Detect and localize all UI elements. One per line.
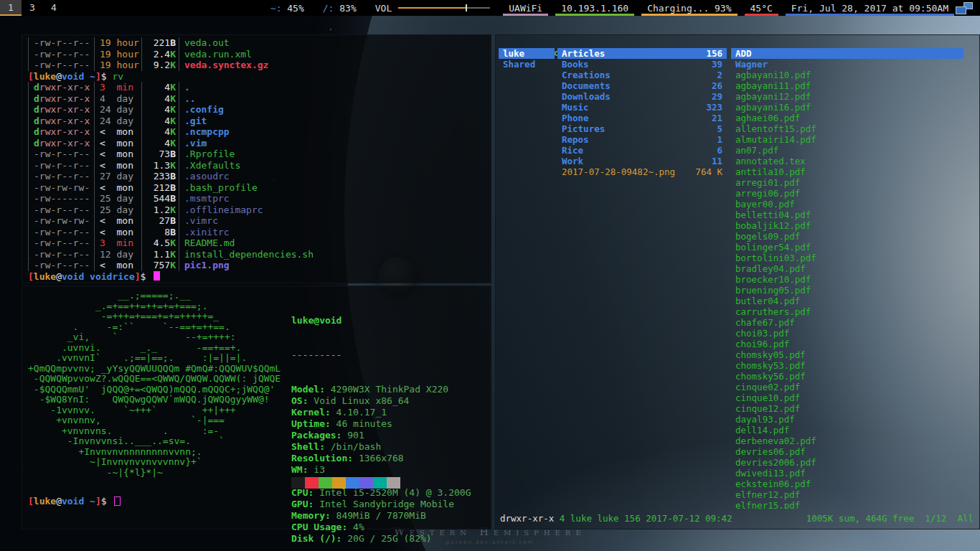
preview-item[interactable]: bayer00.pdf xyxy=(731,199,963,209)
temperature-value: 45°C xyxy=(750,3,773,14)
preview-item[interactable]: cinque10.pdf xyxy=(731,392,963,403)
neofetch-value: Void Linux x86_64 xyxy=(308,395,409,406)
preview-item[interactable]: agbayani10.pdf xyxy=(731,70,963,80)
ip-underline xyxy=(555,14,634,16)
terminal-window-ls[interactable]: -rw-r--r--19 hour221Bveda.out-rw-r--r--1… xyxy=(22,34,491,283)
preview-item[interactable]: dell14.pdf xyxy=(731,425,963,435)
preview-item[interactable]: devries06.pdf xyxy=(731,446,963,457)
neofetch-entry: Uptime: 46 minutes xyxy=(291,418,471,430)
preview-item[interactable]: bruening05.pdf xyxy=(731,285,963,296)
preview-item[interactable]: bogels09.pdf xyxy=(731,231,963,242)
terminal-window-neofetch[interactable]: __.;=====;.__ _.=+==++=++=+=+===;. -=+++… xyxy=(22,286,491,529)
preview-item[interactable]: ADD xyxy=(731,48,963,59)
preview-item[interactable]: elfner12.pdf xyxy=(731,489,963,500)
preview-item[interactable]: derbeneva02.pdf xyxy=(731,435,963,446)
preview-item[interactable]: arregi01.pdf xyxy=(731,177,963,188)
ranger-path-title: luke@void ~/Articles xyxy=(500,36,630,47)
status-block-battery[interactable]: Charging... 93% xyxy=(647,0,731,16)
file-permissions: -rw-r--r-- xyxy=(28,204,94,216)
preview-item[interactable]: choi96.pdf xyxy=(731,339,963,349)
dir-item[interactable]: Articles156 xyxy=(557,48,727,59)
parent-dir-item[interactable]: luke xyxy=(499,48,555,59)
preview-item[interactable]: chafe67.pdf xyxy=(731,317,963,328)
status-block-datetime[interactable]: Fri, Jul 28, 2017 at 09:50AM xyxy=(791,0,948,16)
preview-item[interactable]: chomsky56.pdf xyxy=(731,371,963,382)
dir-count: 39 xyxy=(712,59,722,70)
dir-item[interactable]: Phone21 xyxy=(557,113,727,123)
volume-handle[interactable] xyxy=(466,4,467,11)
preview-item[interactable]: chomsky53.pdf xyxy=(731,360,963,371)
preview-item[interactable]: broecker10.pdf xyxy=(731,274,963,285)
file-date: 24 day xyxy=(94,104,141,116)
preview-item[interactable]: cinque12.pdf xyxy=(731,403,963,414)
status-block-volume[interactable]: VOL xyxy=(375,0,490,16)
preview-item[interactable]: dayal93.pdf xyxy=(731,414,963,425)
dir-item[interactable]: Books39 xyxy=(557,59,727,70)
shell-prompt: [luke@void ~]$ rv xyxy=(28,71,485,83)
status-block-ip[interactable]: 10.193.1.160 xyxy=(561,0,628,16)
preview-item[interactable]: dwivedi13.pdf xyxy=(731,468,963,479)
file-name: .vim xyxy=(179,138,485,149)
preview-item[interactable]: elfner15.pdf xyxy=(731,500,963,509)
preview-item[interactable]: aghaei06.pdf xyxy=(731,113,963,123)
preview-item[interactable]: agbayani11.pdf xyxy=(731,80,963,91)
preview-item[interactable]: Wagner xyxy=(731,59,963,70)
status-block-temperature[interactable]: 45°C xyxy=(750,0,773,16)
preview-item[interactable]: bolinger54.pdf xyxy=(731,242,963,253)
dir-name: Rice xyxy=(562,145,583,156)
void-linux-ascii-logo: __.;=====;.__ _.=+==++=++=+=+===;. -=+++… xyxy=(28,291,281,478)
system-tray[interactable] xyxy=(956,2,973,14)
ls-row: drwxr-xr-x24 day4K.config xyxy=(28,104,485,116)
preview-item[interactable]: belletti04.pdf xyxy=(731,209,963,220)
status-block-brightness[interactable]: ~: 45% xyxy=(270,0,304,16)
dir-item[interactable]: Rice6 xyxy=(557,145,727,156)
ranger-window[interactable]: luke@void ~/Articles lukeShared Articles… xyxy=(495,34,980,529)
file-date: < mon xyxy=(94,215,141,227)
file-name: README.md xyxy=(179,237,485,249)
dir-name: Pictures xyxy=(562,123,605,134)
preview-item[interactable]: an07.pdf xyxy=(731,145,963,156)
workspace-button-4[interactable]: 4 xyxy=(43,0,65,16)
dir-item[interactable]: Documents26 xyxy=(557,80,727,91)
ranger-disk-info: 1005K sum, 464G free 1/12 All xyxy=(806,513,974,524)
neofetch-value: Intel Sandybridge Mobile xyxy=(314,499,454,509)
preview-item[interactable]: butler04.pdf xyxy=(731,296,963,306)
workspace-button-3[interactable]: 3 xyxy=(22,0,43,16)
parent-dir-item[interactable]: Shared xyxy=(499,59,555,70)
preview-item[interactable]: bradley04.pdf xyxy=(731,263,963,274)
preview-item[interactable]: anttila10.pdf xyxy=(731,166,963,177)
preview-item[interactable]: chomsky05.pdf xyxy=(731,349,963,360)
color-swatch-4 xyxy=(346,477,359,489)
preview-item[interactable]: arregi06.pdf xyxy=(731,188,963,199)
dir-item[interactable]: Work11 xyxy=(557,156,727,166)
preview-item[interactable]: eckstein06.pdf xyxy=(731,479,963,489)
dir-item[interactable]: Pictures5 xyxy=(557,123,727,134)
preview-item[interactable]: cinque02.pdf xyxy=(731,382,963,392)
volume-slider[interactable] xyxy=(398,4,490,11)
dir-name: Repos xyxy=(562,134,589,145)
file-permissions: -rw-r--r-- xyxy=(28,227,94,238)
file-permissions: drwxr-xr-x xyxy=(28,82,94,93)
file-permissions: -rw-r--r-- xyxy=(28,149,94,160)
dir-item[interactable]: 2017-07-28-09482~.png764 K xyxy=(557,166,727,177)
preview-item[interactable]: bortolini03.pdf xyxy=(731,253,963,263)
preview-item[interactable]: almutairi14.pdf xyxy=(731,134,963,145)
file-name: .ncmpcpp xyxy=(179,126,485,138)
preview-item[interactable]: agbayani12.pdf xyxy=(731,91,963,102)
dir-item[interactable]: Creations2 xyxy=(557,70,727,80)
dir-item[interactable]: Music323 xyxy=(557,102,727,113)
workspace-button-1[interactable]: 1 xyxy=(0,0,22,16)
preview-item[interactable]: bobaljik12.pdf xyxy=(731,220,963,231)
preview-item[interactable]: annotated.tex xyxy=(731,156,963,166)
preview-item[interactable]: agbayani16.pdf xyxy=(731,102,963,113)
dir-item[interactable]: Downloads29 xyxy=(557,91,727,102)
preview-item[interactable]: allentoft15.pdf xyxy=(731,123,963,134)
dir-item[interactable]: Repos1 xyxy=(557,134,727,145)
preview-item[interactable]: choi03.pdf xyxy=(731,328,963,339)
status-block-disk[interactable]: /: 83% xyxy=(323,0,357,16)
preview-item[interactable]: carruthers.pdf xyxy=(731,306,963,317)
shell-prompt: [luke@void voidrice]$ xyxy=(28,271,485,283)
file-permissions: -rw-r--r-- xyxy=(28,37,94,49)
preview-item[interactable]: devries2006.pdf xyxy=(731,457,963,468)
status-block-wifi[interactable]: UAWiFi xyxy=(509,0,542,16)
